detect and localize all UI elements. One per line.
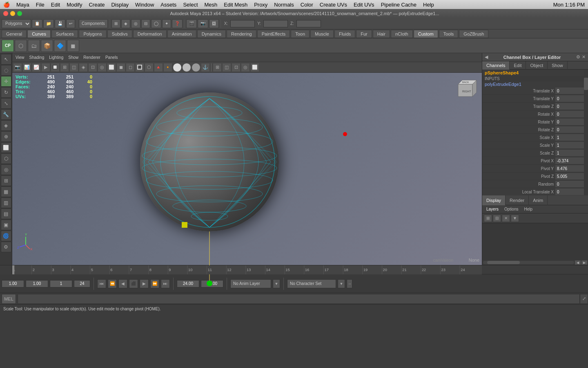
tab-custom[interactable]: Custom [414,30,438,38]
channel-box-scrollbar[interactable] [584,70,588,195]
vp-icon-20[interactable]: ⊡ [232,63,241,72]
vp-icon-13[interactable]: ◻ [126,63,135,72]
cb-hscroll[interactable]: ◀ ▶ [482,260,588,265]
tab-fluids[interactable]: Fluids [334,30,355,38]
view-menu[interactable]: View [14,55,26,60]
vp-icon-11[interactable]: ⬜ [107,63,116,72]
open-btn[interactable]: 📁 [43,19,54,28]
vp-light-icon3[interactable] [192,63,200,72]
vp-icon-15[interactable]: ⬡ [145,63,154,72]
rotate-tool[interactable]: ↻ [1,87,11,98]
tool10[interactable]: ⬡ [1,153,11,164]
x-field[interactable] [230,20,255,27]
vp-icon-19[interactable]: ◫ [222,63,231,72]
select-tool[interactable]: ↖ [1,54,11,65]
cb-tab-channels[interactable]: Channels [482,61,510,70]
y-field[interactable] [263,20,288,27]
tab-tools[interactable]: Tools [439,30,459,38]
tool18[interactable]: ⚙ [1,242,11,252]
dr-tab-render[interactable]: Render [506,195,529,205]
lasso-tool[interactable]: ◌ [1,65,11,76]
shelf-icon-2[interactable]: 🗂 [28,40,40,52]
assets-menu[interactable]: Assets [160,2,176,8]
panels-menu[interactable]: Panels [104,55,120,60]
scrollbar-thumb[interactable] [584,78,588,90]
tool9[interactable]: ⬜ [1,142,11,153]
vp-light-icon1[interactable] [173,63,182,72]
stop-btn[interactable]: ⬛ [129,279,138,288]
vp-icon-18[interactable]: ⊞ [213,63,222,72]
attr-scale-z[interactable]: Scale Z 1 [482,149,584,157]
minimize-button[interactable] [10,11,15,16]
close-button[interactable] [3,11,8,16]
tab-rendering[interactable]: Rendering [227,30,256,38]
shelf-icon-1[interactable]: ⬡ [15,40,27,52]
normals-menu[interactable]: Normals [274,2,294,8]
cb-close-icon[interactable]: ✕ [582,54,586,60]
cb-object-name[interactable]: pSphereShape4 [482,70,584,76]
layer-dup-icon[interactable]: ⊟ [493,215,501,222]
command-input[interactable] [18,294,580,304]
render-btn[interactable]: 🎬 [186,19,197,28]
snap5-btn[interactable]: ◯ [151,19,161,28]
vp-icon-5[interactable]: 🔲 [51,63,60,72]
snap6-btn[interactable]: ✦ [162,19,171,28]
vp-icon-bar[interactable]: 📊 [22,63,31,72]
goto-end-btn[interactable]: ⏭ [161,279,170,288]
tab-curves[interactable]: Curves [27,30,51,38]
dr-tab-anim[interactable]: Anim [529,195,548,205]
vp-icon-16[interactable]: 🔺 [154,63,163,72]
cb-tab-edit[interactable]: Edit [510,61,526,70]
snap2-btn[interactable]: ◈ [121,19,130,28]
vp-icon-cam[interactable]: 📷 [13,63,22,72]
proxy-menu[interactable]: Proxy [254,2,267,8]
vp-light-icon2[interactable] [182,63,191,72]
shading-menu[interactable]: Shading [28,55,46,60]
start-frame-field[interactable]: 1.00 [26,280,48,287]
edit-uvs-menu[interactable]: Edit UVs [354,2,374,8]
dr-tab-display[interactable]: Display [482,195,506,205]
hscroll-thumb[interactable] [487,261,520,264]
tab-animation[interactable]: Animation [167,30,196,38]
z-field[interactable] [296,20,321,27]
attr-rotate-y[interactable]: Rotate Y 0 [482,118,584,126]
layer-move-icon[interactable]: ▼ [511,215,519,222]
tab-ncloth[interactable]: nCloth [391,30,413,38]
render3-btn[interactable]: 🖼 [209,19,219,28]
vp-icon-12[interactable]: ◼ [116,63,125,72]
vp-icon-anim[interactable]: ▶ [41,63,50,72]
vp-icon-21[interactable]: ◎ [241,63,250,72]
end-frame-field[interactable]: 24.00 [177,280,199,287]
tool13[interactable]: ▦ [1,186,11,197]
vp-icon-14[interactable]: 🔳 [135,63,144,72]
attr-translate-x[interactable]: Translate X 0 [482,87,584,95]
shelf-cp-icon[interactable]: CP [2,40,14,52]
tab-subdivs[interactable]: Subdivs [107,30,132,38]
tab-fur[interactable]: Fur [356,30,372,38]
tab-polygons[interactable]: Polygons [79,30,106,38]
end-display-field[interactable]: 24 [74,280,90,287]
components-btn[interactable]: Components [79,19,108,28]
color-menu[interactable]: Color [301,2,313,8]
layer-new-icon[interactable]: ⊞ [484,215,492,222]
tool6[interactable]: 🔧 [1,109,11,120]
char-set-field[interactable]: No Character Set [287,279,336,288]
mode-select[interactable]: Polygons [2,19,31,28]
pipeline-cache-menu[interactable]: Pipeline Cache [381,2,416,8]
maya-menu[interactable]: Maya [16,2,29,8]
tab-toon[interactable]: Toon [291,30,310,38]
anim-layer-field[interactable]: No Anim Layer [230,279,271,288]
shelf-icon-4[interactable]: 🔷 [54,40,66,52]
hscroll-right-btn[interactable]: ▶ [581,260,587,265]
attr-pivot-x[interactable]: Pivot X -0.374 [482,157,584,165]
play-fwd-btn[interactable]: ▶ [140,279,149,288]
tab-general[interactable]: General [2,30,27,38]
tool14[interactable]: ▥ [1,197,11,208]
frame-counter-field[interactable]: 1 [50,280,72,287]
display-menu[interactable]: Display [111,2,129,8]
tool7[interactable]: ◈ [1,120,11,131]
help-menu[interactable]: Help [423,2,434,8]
create-uvs-menu[interactable]: Create UVs [320,2,347,8]
vp-icon-6[interactable]: ⊞ [60,63,69,72]
edit-mesh-menu[interactable]: Edit Mesh [224,2,247,8]
